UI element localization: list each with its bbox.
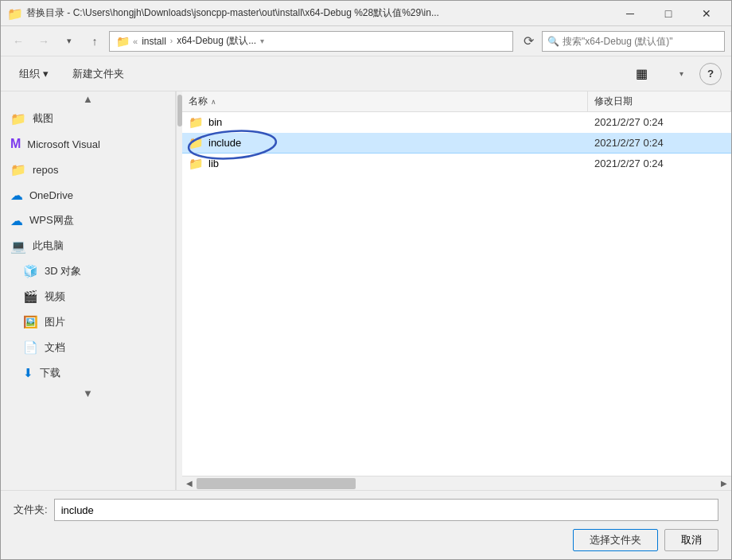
file-cell-date: 2021/2/27 0:24 xyxy=(588,158,731,169)
sidebar-scroll-up[interactable]: ▲ xyxy=(1,91,175,106)
file-cell-date: 2021/2/27 0:24 xyxy=(588,137,731,149)
bottom-buttons: 选择文件夹 取消 xyxy=(14,529,718,551)
col-header-date[interactable]: 修改日期 xyxy=(588,91,731,111)
toolbar: 组织 ▾ 新建文件夹 ▦ ▾ ? xyxy=(1,56,731,91)
h-scroll-track[interactable] xyxy=(197,476,717,490)
view-button[interactable]: ▦ xyxy=(629,63,653,85)
folder-icon: 📁 xyxy=(10,162,26,177)
file-name: include xyxy=(208,137,241,149)
folder-input-row: 文件夹: xyxy=(14,499,718,521)
window-title: 替换目录 - C:\Users\hongjh\Downloads\jsoncpp… xyxy=(26,6,612,20)
search-input[interactable] xyxy=(563,36,719,47)
vs-icon: M xyxy=(10,137,21,151)
pc-icon: 💻 xyxy=(10,239,26,254)
sidebar-item-vs[interactable]: M Microsoft Visual xyxy=(1,131,175,157)
organize-button[interactable]: 组织 ▾ xyxy=(10,62,57,86)
sidebar-item-wps[interactable]: ☁ WPS网盘 xyxy=(1,208,175,233)
file-name: lib xyxy=(208,158,219,169)
sidebar-item-screenshots[interactable]: 📁 截图 xyxy=(1,106,175,131)
back-icon: ← xyxy=(13,35,24,48)
forward-button[interactable]: → xyxy=(33,30,55,52)
cancel-button[interactable]: 取消 xyxy=(664,529,718,551)
file-name: bin xyxy=(208,116,222,128)
up-button[interactable]: ↑ xyxy=(84,30,106,52)
video-icon: 🎬 xyxy=(23,290,38,304)
sidebar-item-thispc[interactable]: 💻 此电脑 xyxy=(1,233,175,259)
sidebar-item-documents[interactable]: 📄 文档 xyxy=(1,335,175,360)
forward-icon: → xyxy=(38,35,49,48)
file-cell-name: 📁 lib xyxy=(182,157,588,171)
col-header-name[interactable]: 名称 ∧ xyxy=(182,91,588,111)
file-cell-name: 📁 bin xyxy=(182,115,588,130)
file-list-header: 名称 ∧ 修改日期 xyxy=(182,91,731,112)
sidebar-item-label: 此电脑 xyxy=(33,239,64,253)
sidebar-item-label: 3D 对象 xyxy=(45,264,81,278)
window: 📁 替换目录 - C:\Users\hongjh\Downloads\jsonc… xyxy=(0,0,732,560)
address-parts: « install › x64-Debug (默认... ▾ xyxy=(133,34,506,48)
main-content: ▲ 📁 截图 M Microsoft Visual 📁 repos ☁ OneD… xyxy=(1,91,731,490)
file-row-include[interactable]: 📁 include 2021/2/27 0:24 xyxy=(182,133,731,154)
download-icon: ⬇ xyxy=(23,366,33,380)
up-icon: ↑ xyxy=(92,35,98,48)
sidebar-item-label: 视频 xyxy=(45,290,65,304)
address-folder-icon: 📁 xyxy=(116,35,130,48)
breadcrumb-arrow-1: › xyxy=(170,37,173,45)
sidebar-item-videos[interactable]: 🎬 视频 xyxy=(1,284,175,309)
sort-arrow-icon: ∧ xyxy=(211,98,216,106)
3d-icon: 🧊 xyxy=(23,264,38,278)
file-cell-name: 📁 include xyxy=(182,136,588,150)
dropdown-arrow-button[interactable]: ▾ xyxy=(58,30,80,52)
address-bar[interactable]: 📁 « install › x64-Debug (默认... ▾ xyxy=(109,31,513,52)
folder-input[interactable] xyxy=(54,499,718,521)
breadcrumb-separator-1: « xyxy=(133,37,138,46)
sidebar-item-label: 截图 xyxy=(33,111,53,126)
breadcrumb-install[interactable]: install xyxy=(139,36,169,47)
sidebar-scrollbar[interactable] xyxy=(176,91,182,490)
sidebar-item-label: OneDrive xyxy=(29,189,73,201)
close-button[interactable]: ✕ xyxy=(688,1,725,26)
title-bar: 📁 替换目录 - C:\Users\hongjh\Downloads\jsonc… xyxy=(1,1,731,26)
folder-icon: 📁 xyxy=(189,136,204,150)
sidebar-item-label: 图片 xyxy=(45,315,65,329)
search-icon: 🔍 xyxy=(547,36,559,47)
sidebar: ▲ 📁 截图 M Microsoft Visual 📁 repos ☁ OneD… xyxy=(1,91,176,490)
sidebar-item-onedrive[interactable]: ☁ OneDrive xyxy=(1,182,175,208)
sidebar-item-label: 下载 xyxy=(40,366,60,380)
file-cell-date: 2021/2/27 0:24 xyxy=(588,116,731,128)
file-list: 📁 bin 2021/2/27 0:24 📁 include 2021/2/27… xyxy=(182,112,731,476)
sidebar-item-3dobjects[interactable]: 🧊 3D 对象 xyxy=(1,259,175,284)
maximize-button[interactable]: □ xyxy=(650,1,687,26)
sidebar-scroll-down[interactable]: ▼ xyxy=(1,386,175,400)
bottom-area: 文件夹: 选择文件夹 取消 xyxy=(1,490,731,559)
sidebar-item-label: WPS网盘 xyxy=(29,213,74,228)
select-folder-button[interactable]: 选择文件夹 xyxy=(573,529,658,551)
h-scroll-thumb[interactable] xyxy=(197,478,356,489)
file-area: 名称 ∧ 修改日期 📁 bin 2021/2/27 0:24 xyxy=(182,91,731,490)
file-row[interactable]: 📁 lib 2021/2/27 0:24 xyxy=(182,154,731,174)
back-button[interactable]: ← xyxy=(7,30,29,52)
folder-icon: 📁 xyxy=(189,115,204,130)
search-bar[interactable]: 🔍 xyxy=(542,31,725,52)
minimize-button[interactable]: ─ xyxy=(612,1,648,26)
h-scroll-right[interactable]: ▶ xyxy=(717,476,731,491)
sidebar-item-label: 文档 xyxy=(45,340,65,355)
view-icon: ▦ xyxy=(636,66,648,81)
sidebar-item-repos[interactable]: 📁 repos xyxy=(1,157,175,182)
title-buttons: ─ □ ✕ xyxy=(612,1,725,26)
help-button[interactable]: ? xyxy=(699,63,722,85)
sidebar-item-pictures[interactable]: 🖼️ 图片 xyxy=(1,309,175,335)
view-dropdown-button[interactable]: ▾ xyxy=(669,63,693,85)
sidebar-item-label: repos xyxy=(33,164,59,176)
file-row[interactable]: 📁 bin 2021/2/27 0:24 xyxy=(182,112,731,133)
new-folder-button[interactable]: 新建文件夹 xyxy=(64,62,133,86)
folder-icon: 📁 xyxy=(189,157,204,171)
h-scroll-left[interactable]: ◀ xyxy=(182,476,197,491)
breadcrumb-x64debug[interactable]: x64-Debug (默认... xyxy=(174,34,259,48)
breadcrumb-dropdown[interactable]: ▾ xyxy=(260,37,264,45)
folder-label: 文件夹: xyxy=(14,503,48,517)
address-area: ← → ▾ ↑ 📁 « install › x64-Debug (默认... ▾… xyxy=(1,26,731,56)
image-icon: 🖼️ xyxy=(23,315,38,329)
sidebar-item-label: Microsoft Visual xyxy=(27,138,100,150)
refresh-button[interactable]: ⟳ xyxy=(518,31,539,52)
sidebar-item-downloads[interactable]: ⬇ 下载 xyxy=(1,360,175,386)
